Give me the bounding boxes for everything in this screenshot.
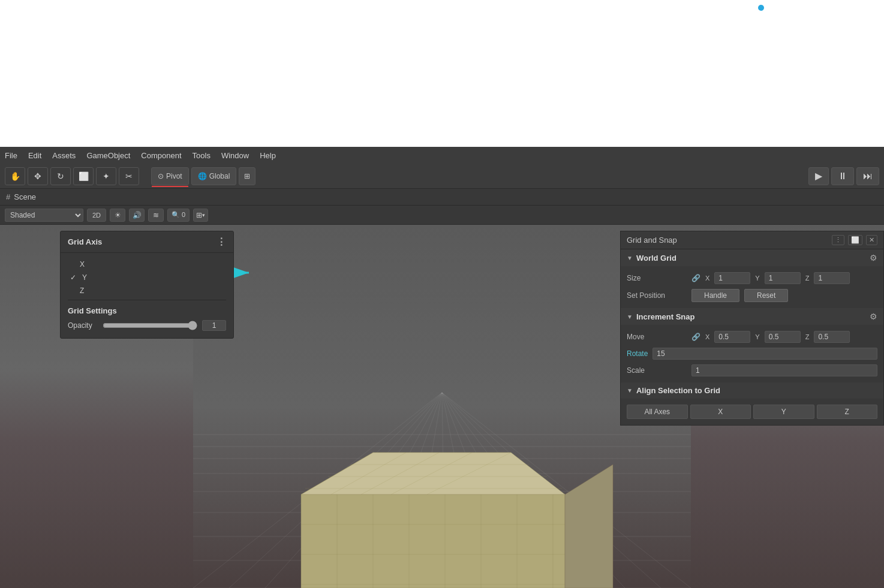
pause-icon: ⏸ bbox=[838, 171, 847, 182]
effects-toggle[interactable]: ≋ bbox=[148, 209, 164, 222]
y-axis-button[interactable]: Y bbox=[753, 405, 814, 419]
shading-dropdown[interactable]: Shaded Wireframe Shaded Wireframe bbox=[5, 209, 83, 222]
pivot-button[interactable]: ⊙ Pivot bbox=[151, 167, 189, 185]
axis-y-label: Y bbox=[82, 273, 87, 282]
menu-window[interactable]: Window bbox=[221, 151, 249, 160]
global-icon: 🌐 bbox=[198, 172, 207, 180]
size-z-label: Z bbox=[805, 275, 810, 282]
axis-x-row[interactable]: X bbox=[68, 258, 226, 271]
increment-snap-body: Move 🔗 X Y Z Rotate Scale bbox=[621, 325, 883, 382]
z-axis-button[interactable]: Z bbox=[817, 405, 878, 419]
move-row: Move 🔗 X Y Z bbox=[627, 328, 877, 345]
handle-button[interactable]: Handle bbox=[691, 289, 739, 302]
align-buttons-row: All Axes X Y Z bbox=[627, 402, 877, 421]
rotate-row: Rotate bbox=[627, 345, 877, 362]
step-button[interactable]: ⏭ bbox=[856, 167, 879, 185]
menu-tools[interactable]: Tools bbox=[193, 151, 211, 160]
panel-close-btn[interactable]: ✕ bbox=[866, 235, 877, 245]
scene-tab-label: Scene bbox=[14, 192, 36, 201]
opacity-value: 1 bbox=[202, 320, 226, 331]
rotate-input[interactable] bbox=[653, 348, 877, 360]
dropdown-arrow: ▾ bbox=[202, 212, 205, 218]
axis-y-row[interactable]: Y bbox=[68, 271, 226, 284]
grid-settings-title: Grid Settings bbox=[68, 303, 226, 318]
reset-button[interactable]: Reset bbox=[744, 289, 788, 302]
scene-tab[interactable]: # Scene bbox=[6, 192, 36, 201]
transform-tool-button[interactable]: ✦ bbox=[96, 167, 116, 185]
2d-toggle[interactable]: 2D bbox=[87, 209, 106, 222]
menu-edit[interactable]: Edit bbox=[28, 151, 41, 160]
scale-input[interactable] bbox=[691, 364, 877, 376]
all-axes-button[interactable]: All Axes bbox=[627, 405, 688, 419]
axis-z-row[interactable]: Z bbox=[68, 284, 226, 297]
global-label: Global bbox=[209, 172, 230, 180]
world-grid-gear[interactable]: ⚙ bbox=[870, 253, 877, 263]
move-x-label: X bbox=[705, 333, 709, 340]
lighting-toggle[interactable]: ☀ bbox=[110, 209, 125, 222]
move-y-label: Y bbox=[755, 333, 759, 340]
move-tool-button[interactable]: ✥ bbox=[28, 167, 48, 185]
grid-axis-title: Grid Axis bbox=[68, 237, 102, 246]
hand-tool-button[interactable]: ✋ bbox=[5, 167, 25, 185]
axis-z-label: Z bbox=[80, 287, 84, 295]
grid-icon: ⊞ bbox=[196, 211, 202, 219]
size-y-input[interactable] bbox=[765, 272, 801, 284]
custom-tool-button[interactable]: ✂ bbox=[119, 167, 139, 185]
increment-snap-gear[interactable]: ⚙ bbox=[870, 312, 877, 321]
top-white-area bbox=[0, 0, 884, 147]
move-x-input[interactable] bbox=[714, 331, 750, 343]
axis-x-label: X bbox=[80, 260, 85, 269]
align-arrow[interactable]: ▼ bbox=[627, 387, 633, 394]
menu-gameobject[interactable]: GameObject bbox=[86, 151, 130, 160]
menu-file[interactable]: File bbox=[5, 151, 17, 160]
gizmos-dropdown[interactable]: 🔍 0 bbox=[167, 209, 190, 222]
grid-snap-icon: ⊞ bbox=[244, 172, 250, 180]
scale-label: Scale bbox=[627, 366, 687, 375]
panel-title: Grid and Snap bbox=[627, 236, 828, 245]
world-grid-arrow[interactable]: ▼ bbox=[627, 255, 633, 261]
main-toolbar: ✋ ✥ ↻ ⬜ ✦ ✂ ⊙ Pivot 🌐 Global ⊞ ▶ ⏸ ⏭ bbox=[0, 164, 884, 189]
size-link-icon[interactable]: 🔗 bbox=[691, 274, 700, 282]
panel-more-btn[interactable]: ⋮ bbox=[832, 235, 844, 245]
set-position-row: Set Position Handle Reset bbox=[627, 287, 877, 304]
global-button[interactable]: 🌐 Global bbox=[191, 167, 237, 185]
grid-axis-more-btn[interactable]: ⋮ bbox=[217, 236, 226, 248]
move-z-input[interactable] bbox=[814, 331, 850, 343]
audio-toggle[interactable]: 🔊 bbox=[129, 209, 145, 222]
move-y-input[interactable] bbox=[765, 331, 801, 343]
grid-settings-btn[interactable]: ⊞ ▾ bbox=[193, 209, 208, 222]
size-z-input[interactable] bbox=[814, 272, 850, 284]
play-button[interactable]: ▶ bbox=[808, 167, 829, 185]
pause-button[interactable]: ⏸ bbox=[831, 167, 854, 185]
align-section-title: Align Selection to Grid bbox=[636, 386, 877, 395]
pivot-icon: ⊙ bbox=[158, 172, 164, 180]
world-grid-header: ▼ World Grid ⚙ bbox=[621, 249, 883, 266]
size-y-label: Y bbox=[755, 275, 759, 282]
opacity-slider[interactable] bbox=[103, 321, 197, 330]
opacity-row: Opacity 1 bbox=[68, 318, 226, 333]
x-axis-button[interactable]: X bbox=[690, 405, 751, 419]
move-z-label: Z bbox=[805, 333, 810, 340]
grid-snap-panel: Grid and Snap ⋮ ⬜ ✕ ▼ World Grid ⚙ Size … bbox=[620, 231, 884, 426]
menu-component[interactable]: Component bbox=[141, 151, 181, 160]
gizmos-label: 🔍 0 bbox=[172, 211, 185, 219]
increment-snap-arrow[interactable]: ▼ bbox=[627, 313, 633, 320]
play-icon: ▶ bbox=[815, 170, 822, 182]
menu-help[interactable]: Help bbox=[260, 151, 276, 160]
step-icon: ⏭ bbox=[863, 171, 873, 182]
size-label: Size bbox=[627, 274, 687, 282]
menu-assets[interactable]: Assets bbox=[52, 151, 76, 160]
size-x-input[interactable] bbox=[714, 272, 750, 284]
align-section-body: All Axes X Y Z bbox=[621, 399, 883, 425]
scene-viewport[interactable]: Grid Axis ⋮ X Y Z Grid Settings Opacity bbox=[0, 225, 884, 588]
rect-tool-button[interactable]: ⬜ bbox=[73, 167, 94, 185]
move-link-icon[interactable]: 🔗 bbox=[691, 333, 700, 341]
rotate-label: Rotate bbox=[627, 349, 648, 358]
panel-header: Grid and Snap ⋮ ⬜ ✕ bbox=[621, 231, 883, 249]
panel-maximize-btn[interactable]: ⬜ bbox=[848, 235, 862, 245]
opacity-label: Opacity bbox=[68, 321, 98, 330]
align-selection-header: ▼ Align Selection to Grid bbox=[621, 382, 883, 399]
popup-divider bbox=[68, 300, 226, 300]
grid-snap-button[interactable]: ⊞ bbox=[239, 167, 255, 185]
rotate-tool-button[interactable]: ↻ bbox=[50, 167, 71, 185]
